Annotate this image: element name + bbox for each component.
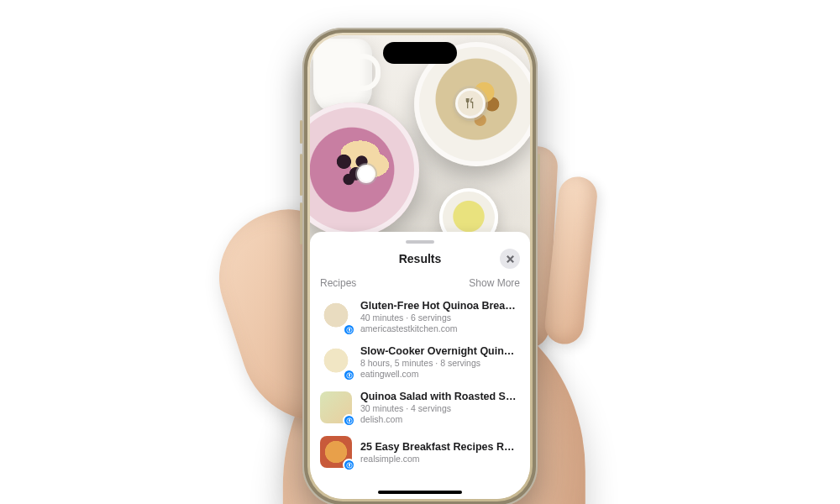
result-meta: 40 minutes · 6 servings [360,312,520,323]
volume-down-button [300,202,302,244]
result-source: americastestkitchen.com [360,323,520,333]
result-title: 25 Easy Breakfast Recipes Ready i… [360,441,520,453]
safari-badge-icon [343,323,355,336]
dynamic-island [383,42,457,64]
result-row[interactable]: Gluten-Free Hot Quinoa Breakfast… 40 min… [320,294,520,339]
result-title: Quinoa Salad with Roasted Squash… [360,391,520,402]
result-source: delish.com [360,414,520,424]
result-row[interactable]: 25 Easy Breakfast Recipes Ready i… reals… [320,430,520,474]
phone-screen: Results Recipes Show More [310,35,530,499]
volume-up-button [300,154,302,196]
iphone-device: Results Recipes Show More [302,28,538,504]
results-sheet: Results Recipes Show More [310,232,530,499]
visual-lookup-food-icon[interactable] [458,91,483,116]
close-icon [506,255,515,264]
result-row[interactable]: Quinoa Salad with Roasted Squash… 30 min… [320,385,520,430]
section-label-recipes: Recipes [320,277,356,289]
show-more-link[interactable]: Show More [469,277,520,289]
visual-lookup-secondary-dot[interactable] [359,166,374,181]
result-source: realsimple.com [360,454,520,464]
safari-badge-icon [343,459,355,471]
power-button [538,154,540,214]
results-list: Gluten-Free Hot Quinoa Breakfast… 40 min… [320,294,520,474]
result-meta: 30 minutes · 4 servings [360,403,520,413]
safari-badge-icon [343,369,355,381]
result-source: eatingwell.com [360,369,520,379]
home-indicator[interactable] [378,491,462,494]
result-title: Slow-Cooker Overnight Quinoa Por… [360,345,520,357]
visual-lookup-photo[interactable] [310,35,530,242]
result-row[interactable]: Slow-Cooker Overnight Quinoa Por… 8 hour… [320,339,520,385]
close-button[interactable] [500,249,520,269]
food-utensils-icon [464,97,477,110]
sheet-grabber[interactable] [406,240,434,244]
mute-switch [300,120,302,144]
result-title: Gluten-Free Hot Quinoa Breakfast… [360,300,520,312]
result-meta: 8 hours, 5 minutes · 8 servings [360,358,520,368]
safari-badge-icon [343,414,355,427]
sheet-title: Results [399,252,442,265]
